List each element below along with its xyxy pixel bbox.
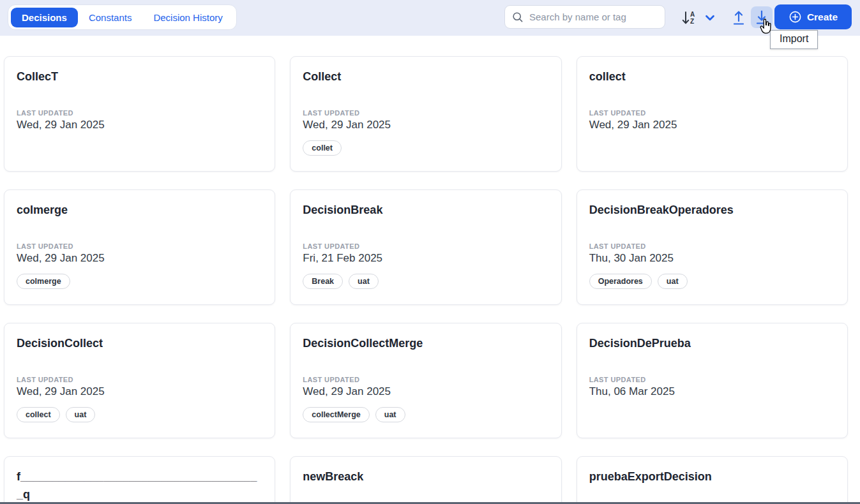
sort-button[interactable]: A Z [679,8,700,27]
last-updated-label: LAST UPDATED [17,109,262,117]
decision-card-decisiondeprueba[interactable]: DecisionDePrueba LAST UPDATED Thu, 06 Ma… [577,323,848,438]
last-updated-date: Fri, 21 Feb 2025 [303,252,548,265]
last-updated-date: Wed, 29 Jan 2025 [589,119,835,131]
last-updated-label: LAST UPDATED [589,109,835,117]
last-updated-date: Wed, 29 Jan 2025 [303,119,548,131]
decision-card-decisionbreak[interactable]: DecisionBreak LAST UPDATED Fri, 21 Feb 2… [290,189,561,305]
last-updated-date: Thu, 06 Mar 2025 [589,385,835,398]
tag: collet [303,140,342,156]
last-updated-date: Thu, 30 Jan 2025 [589,252,835,265]
search-input[interactable] [529,11,658,22]
svg-text:A: A [690,11,695,18]
svg-text:Z: Z [690,18,694,25]
tag: collect [17,407,60,422]
tag-list: Operadores uat [589,274,835,289]
card-title: DecisionCollectMerge [303,334,548,352]
last-updated-label: LAST UPDATED [303,242,548,250]
tag-list: collectMerge uat [303,407,548,422]
tag: collectMerge [303,407,369,422]
tag: colmerge [17,274,70,289]
tag: uat [658,274,688,289]
tag: uat [375,407,405,422]
last-updated-date: Wed, 29 Jan 2025 [303,385,548,398]
decision-card-decisioncollectmerge[interactable]: DecisionCollectMerge LAST UPDATED Wed, 2… [290,323,561,438]
tag: Operadores [589,274,652,289]
decision-card-pruebaexportdecision[interactable]: pruebaExportDecision LAST UPDATED [577,456,848,504]
card-title: DecisionDePrueba [589,334,835,352]
last-updated-label: LAST UPDATED [303,376,548,383]
last-updated-label: LAST UPDATED [17,242,262,250]
card-title: colmerge [17,201,262,219]
card-title: DecisionBreak [303,201,548,219]
card-title: newBreack [303,468,548,485]
create-button[interactable]: Create [774,4,852,29]
decision-card-collect-lower[interactable]: collect LAST UPDATED Wed, 29 Jan 2025 [577,56,848,172]
import-icon [754,9,769,26]
decision-card-collecT[interactable]: CollecT LAST UPDATED Wed, 29 Jan 2025 [4,56,275,172]
import-button[interactable] [751,6,773,28]
tab-constants[interactable]: Constants [78,8,143,27]
search-icon [511,11,524,23]
last-updated-date: Wed, 29 Jan 2025 [17,252,262,265]
decision-card-newbreack[interactable]: newBreack LAST UPDATED [290,456,561,504]
last-updated-label: LAST UPDATED [17,376,262,383]
tab-decisions[interactable]: Decisions [11,8,78,27]
decision-card-decisioncollect[interactable]: DecisionCollect LAST UPDATED Wed, 29 Jan… [4,323,275,438]
export-icon [731,10,746,26]
last-updated-label: LAST UPDATED [303,109,548,117]
card-title: pruebaExportDecision [589,468,835,485]
decision-card-collect-capital[interactable]: Collect LAST UPDATED Wed, 29 Jan 2025 co… [290,56,561,172]
view-tabs: Decisions Constants Decision History [8,4,237,30]
tag: Break [303,274,343,289]
plus-circle-icon [788,10,802,24]
card-title: DecisionCollect [17,334,262,352]
export-button[interactable] [729,8,748,28]
last-updated-date: Wed, 29 Jan 2025 [17,385,262,398]
tag: uat [66,407,96,422]
create-button-label: Create [807,11,838,23]
chevron-down-icon [703,11,717,25]
last-updated-label: LAST UPDATED [589,376,835,383]
last-updated-label: LAST UPDATED [589,242,835,250]
card-title: CollecT [17,68,262,85]
search-box[interactable] [504,5,665,29]
tag-list: collet [303,140,548,156]
tag-list: Break uat [303,274,548,289]
last-updated-date: Wed, 29 Jan 2025 [17,119,262,131]
decision-card-f-underscores-q[interactable]: f______________________________________q… [4,456,275,504]
import-tooltip: Import [770,30,818,49]
top-bar: Decisions Constants Decision History A Z [0,0,860,36]
tag-list: colmerge [17,274,262,289]
card-title: f______________________________________q [17,468,262,503]
decision-card-grid: CollecT LAST UPDATED Wed, 29 Jan 2025 Co… [0,36,860,504]
sort-dropdown-button[interactable] [701,10,719,26]
card-title: collect [589,68,835,85]
decision-card-decisionbreakoperadores[interactable]: DecisionBreakOperadores LAST UPDATED Thu… [577,189,848,305]
card-title: DecisionBreakOperadores [589,201,835,219]
tag-list: collect uat [17,407,262,422]
card-title: Collect [303,68,548,85]
sort-alpha-icon: A Z [681,10,698,27]
decision-card-colmerge[interactable]: colmerge LAST UPDATED Wed, 29 Jan 2025 c… [4,189,275,305]
tab-decision-history[interactable]: Decision History [142,8,233,27]
tag: uat [349,274,379,289]
